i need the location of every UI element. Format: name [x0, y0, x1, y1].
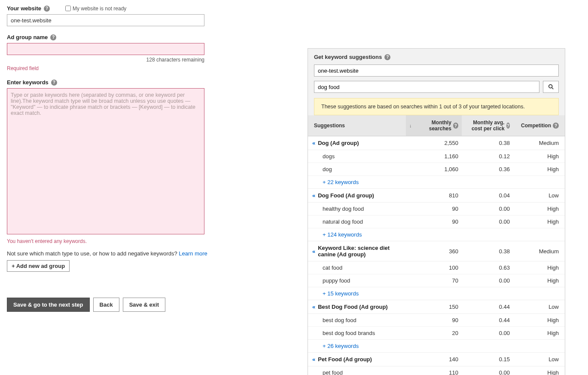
svg-line-1	[551, 88, 553, 89]
keyword-searches: 90	[406, 203, 462, 215]
group-name: Keyword Like: science diet canine (Ad gr…	[318, 245, 402, 258]
help-icon[interactable]: ?	[384, 54, 390, 60]
group-name: Best Dog Food (Ad group)	[318, 304, 387, 310]
website-not-ready-checkbox[interactable]	[65, 6, 71, 11]
col-competition[interactable]: Competition ?	[513, 115, 565, 136]
group-cpc: 0.04	[462, 189, 513, 202]
suggestion-group-row[interactable]: «Dog Food (Ad group)8100.04Low	[308, 189, 565, 203]
keyword-name: cat food	[308, 261, 406, 274]
group-cpc: 0.44	[462, 300, 513, 314]
save-next-button[interactable]: Save & go to the next step	[7, 298, 90, 312]
add-all-icon[interactable]: «	[312, 192, 315, 199]
group-name: Dog Food (Ad group)	[318, 192, 374, 199]
keyword-cpc: 0.00	[462, 203, 513, 215]
keyword-cpc: 0.12	[462, 150, 513, 163]
help-icon[interactable]: ?	[506, 123, 510, 129]
suggestion-group-row[interactable]: «Pet Food (Ad group)1400.15Low	[308, 353, 565, 366]
sort-desc-icon: ↓	[409, 123, 412, 128]
group-competition: Medium	[513, 136, 565, 150]
keyword-row[interactable]: puppy food700.00High	[308, 274, 565, 287]
group-name: Dog (Ad group)	[318, 140, 359, 146]
suggestions-title: Get keyword suggestions	[314, 54, 382, 60]
suggestion-group-row[interactable]: «Best Dog Food (Ad group)1500.44Low	[308, 300, 565, 314]
keywords-label: Enter keywords	[7, 79, 49, 86]
website-input[interactable]	[7, 14, 204, 26]
more-keywords-link[interactable]: + 15 keywords	[323, 290, 359, 297]
adgroup-error: Required field	[7, 65, 213, 71]
group-competition: Low	[513, 300, 565, 314]
keyword-name: best dog food	[308, 314, 406, 326]
col-suggestions[interactable]: Suggestions	[308, 115, 406, 136]
help-icon[interactable]: ?	[44, 6, 50, 12]
add-all-icon[interactable]: «	[312, 304, 315, 310]
search-icon	[548, 84, 554, 90]
col-avg-cpc[interactable]: Monthly avg. cost per click ?	[462, 115, 513, 136]
suggestion-query-input[interactable]	[314, 81, 539, 93]
website-not-ready-wrap[interactable]: My website is not ready	[65, 6, 126, 12]
keyword-cpc: 0.36	[462, 163, 513, 175]
keyword-competition: High	[513, 366, 565, 375]
add-all-icon[interactable]: «	[312, 356, 315, 363]
learn-more-link[interactable]: Learn more	[179, 250, 207, 257]
svg-point-0	[548, 85, 552, 88]
more-keywords-row: + 26 keywords	[308, 340, 565, 353]
group-name: Pet Food (Ad group)	[318, 356, 372, 363]
suggestions-panel: Get keyword suggestions ? These suggesti…	[308, 48, 565, 375]
keyword-name: pet food	[308, 366, 406, 375]
keyword-row[interactable]: healthy dog food900.00High	[308, 203, 565, 215]
more-keywords-link[interactable]: + 22 keywords	[323, 179, 359, 185]
keyword-searches: 70	[406, 274, 462, 287]
suggestion-group-row[interactable]: «Dog (Ad group)2,5500.38Medium	[308, 136, 565, 150]
keyword-cpc: 0.00	[462, 274, 513, 287]
keyword-row[interactable]: dog1,0600.36High	[308, 163, 565, 176]
keyword-competition: High	[513, 314, 565, 326]
keyword-cpc: 0.00	[462, 215, 513, 228]
suggestion-site-input[interactable]	[314, 65, 559, 77]
keyword-cpc: 0.44	[462, 314, 513, 326]
help-icon[interactable]: ?	[51, 80, 57, 86]
more-keywords-link[interactable]: + 26 keywords	[323, 343, 359, 349]
keywords-error: You haven't entered any keywords.	[7, 238, 213, 244]
keyword-row[interactable]: best dog food brands200.00High	[308, 327, 565, 340]
add-all-icon[interactable]: «	[312, 140, 315, 146]
suggestion-group-row[interactable]: «Keyword Like: science diet canine (Ad g…	[308, 241, 565, 261]
group-cpc: 0.15	[462, 353, 513, 366]
keyword-row[interactable]: natural dog food900.00High	[308, 215, 565, 228]
search-button[interactable]	[543, 81, 559, 93]
save-exit-button[interactable]: Save & exit	[123, 298, 165, 312]
keyword-cpc: 0.00	[462, 327, 513, 339]
group-cpc: 0.38	[462, 136, 513, 150]
adgroup-label: Ad group name	[7, 34, 48, 40]
keyword-row[interactable]: cat food1000.63High	[308, 261, 565, 274]
keyword-competition: High	[513, 163, 565, 175]
keyword-row[interactable]: pet food1100.00High	[308, 366, 565, 375]
group-competition: Medium	[513, 245, 565, 258]
add-adgroup-button[interactable]: + Add new ad group	[7, 260, 70, 272]
keyword-cpc: 0.63	[462, 261, 513, 274]
keyword-name: dogs	[308, 150, 406, 163]
keywords-textarea[interactable]	[7, 88, 204, 234]
keyword-name: best dog food brands	[308, 327, 406, 339]
keyword-name: healthy dog food	[308, 203, 406, 215]
more-keywords-link[interactable]: + 124 keywords	[323, 231, 362, 238]
more-keywords-row: + 124 keywords	[308, 228, 565, 241]
keyword-name: natural dog food	[308, 215, 406, 228]
group-searches: 2,550	[406, 136, 462, 150]
help-icon[interactable]: ?	[553, 123, 559, 129]
back-button[interactable]: Back	[93, 298, 119, 312]
keyword-row[interactable]: dogs1,1600.12High	[308, 150, 565, 163]
keyword-searches: 100	[406, 261, 462, 274]
help-icon[interactable]: ?	[50, 34, 56, 40]
group-searches: 810	[406, 189, 462, 202]
col-monthly-searches[interactable]: ↓ Monthly searches ?	[406, 115, 462, 136]
add-all-icon[interactable]: «	[312, 248, 315, 255]
group-searches: 360	[406, 245, 462, 258]
adgroup-input[interactable]	[7, 43, 204, 55]
match-help-text: Not sure which match type to use, or how…	[7, 250, 213, 257]
char-remaining: 128 characters remaining	[7, 57, 204, 63]
keyword-name: puppy food	[308, 274, 406, 287]
keyword-searches: 110	[406, 366, 462, 375]
keyword-competition: High	[513, 215, 565, 228]
keyword-row[interactable]: best dog food900.44High	[308, 314, 565, 327]
help-icon[interactable]: ?	[453, 123, 458, 129]
